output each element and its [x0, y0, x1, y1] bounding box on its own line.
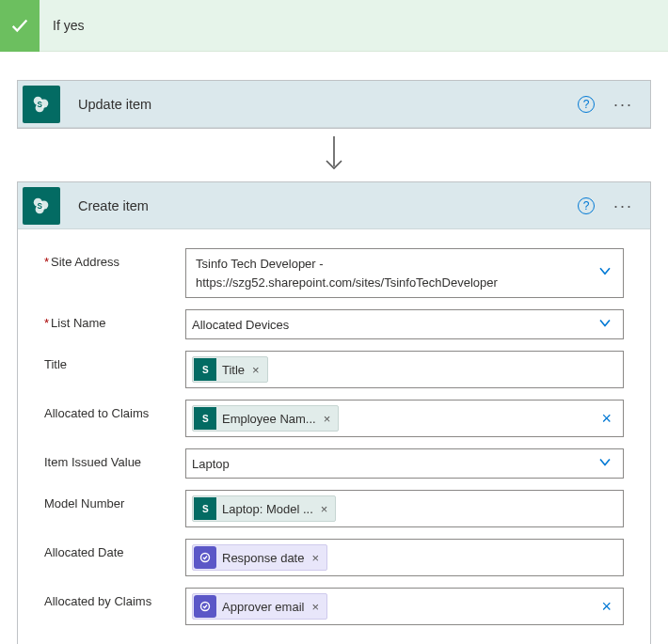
- model-number-token[interactable]: S Laptop: Model ... ×: [192, 495, 336, 522]
- create-item-title: Create item: [78, 198, 578, 213]
- sharepoint-icon: S: [23, 187, 60, 225]
- token-remove-icon[interactable]: ×: [319, 502, 330, 516]
- sharepoint-icon: S: [194, 497, 216, 520]
- field-row-allocated-by: Allocated by Claims Approver email × ×: [44, 588, 624, 625]
- field-row-allocated-to: Allocated to Claims S Employee Nam... × …: [44, 400, 624, 437]
- svg-text:S: S: [202, 414, 209, 424]
- field-row-allocated-date: Allocated Date Response date ×: [44, 539, 624, 576]
- update-item-header[interactable]: S Update item ? ···: [18, 81, 650, 128]
- help-icon[interactable]: ?: [578, 96, 595, 113]
- allocated-date-label: Allocated Date: [44, 539, 185, 559]
- create-item-card: S Create item ? ··· Site Address Tsinfo …: [17, 181, 651, 644]
- allocated-date-input[interactable]: Response date ×: [185, 539, 624, 576]
- chevron-down-icon[interactable]: [598, 317, 612, 333]
- svg-text:S: S: [37, 201, 42, 210]
- site-address-label: Site Address: [44, 248, 185, 269]
- help-icon[interactable]: ?: [578, 197, 595, 214]
- allocated-to-token[interactable]: S Employee Nam... ×: [192, 405, 339, 432]
- field-row-site-address: Site Address Tsinfo Tech Developer - htt…: [44, 248, 624, 298]
- create-item-header[interactable]: S Create item ? ···: [18, 182, 650, 229]
- token-text: Laptop: Model ...: [222, 502, 319, 516]
- content-area: S Update item ? ··· S Create item ? ···: [0, 52, 668, 644]
- chevron-down-icon[interactable]: [598, 264, 612, 283]
- token-text: Response date: [222, 551, 310, 565]
- svg-text:S: S: [202, 365, 209, 375]
- site-address-line2: https://szg52.sharepoint.com/sites/Tsinf…: [196, 274, 589, 292]
- update-item-title: Update item: [78, 97, 578, 112]
- site-address-line1: Tsinfo Tech Developer -: [196, 255, 589, 274]
- sharepoint-icon: S: [194, 358, 216, 381]
- allocated-to-label: Allocated to Claims: [44, 400, 185, 420]
- allocated-date-token[interactable]: Response date ×: [192, 544, 327, 571]
- field-row-title: Title S Title ×: [44, 351, 624, 388]
- more-icon[interactable]: ···: [613, 197, 633, 214]
- model-number-input[interactable]: S Laptop: Model ... ×: [185, 490, 624, 527]
- approval-icon: [194, 595, 216, 618]
- svg-text:S: S: [202, 504, 209, 514]
- clear-field-icon[interactable]: ×: [601, 597, 612, 617]
- more-icon[interactable]: ···: [613, 96, 633, 113]
- update-item-card: S Update item ? ···: [17, 80, 651, 129]
- token-remove-icon[interactable]: ×: [310, 551, 321, 565]
- allocated-by-input[interactable]: Approver email × ×: [185, 588, 624, 625]
- token-text: Title: [222, 363, 250, 377]
- item-issued-label: Item Issued Value: [44, 448, 185, 469]
- create-item-fields: Site Address Tsinfo Tech Developer - htt…: [18, 229, 650, 644]
- token-remove-icon[interactable]: ×: [250, 363, 262, 377]
- allocated-by-label: Allocated by Claims: [44, 588, 185, 608]
- token-text: Approver email: [222, 600, 310, 614]
- condition-title: If yes: [40, 18, 84, 33]
- title-token[interactable]: S Title ×: [192, 356, 268, 383]
- approval-icon: [194, 546, 216, 569]
- item-issued-value: Laptop: [192, 457, 617, 471]
- token-text: Employee Nam...: [222, 412, 322, 426]
- model-number-label: Model Number: [44, 490, 185, 510]
- chevron-down-icon[interactable]: [598, 456, 612, 472]
- show-advanced-link[interactable]: Show advanced options: [44, 636, 198, 644]
- field-row-item-issued: Item Issued Value Laptop: [44, 448, 624, 479]
- allocated-to-input[interactable]: S Employee Nam... × ×: [185, 400, 624, 437]
- list-name-input[interactable]: Allocated Devices: [185, 309, 624, 339]
- site-address-input[interactable]: Tsinfo Tech Developer - https://szg52.sh…: [185, 248, 624, 298]
- condition-header: If yes: [0, 0, 668, 52]
- list-name-value: Allocated Devices: [192, 318, 617, 332]
- allocated-by-token[interactable]: Approver email ×: [192, 593, 327, 620]
- clear-field-icon[interactable]: ×: [601, 409, 612, 429]
- sharepoint-icon: S: [23, 86, 60, 123]
- title-input[interactable]: S Title ×: [185, 351, 624, 388]
- list-name-label: List Name: [44, 309, 185, 330]
- token-remove-icon[interactable]: ×: [310, 600, 321, 614]
- token-remove-icon[interactable]: ×: [322, 412, 333, 426]
- field-row-model-number: Model Number S Laptop: Model ... ×: [44, 490, 624, 527]
- svg-text:S: S: [37, 100, 42, 108]
- field-row-list-name: List Name Allocated Devices: [44, 309, 624, 339]
- checkmark-icon: [0, 0, 40, 52]
- connector-arrow-icon: [17, 129, 651, 181]
- item-issued-input[interactable]: Laptop: [185, 448, 624, 479]
- title-label: Title: [44, 351, 185, 371]
- sharepoint-icon: S: [194, 407, 216, 430]
